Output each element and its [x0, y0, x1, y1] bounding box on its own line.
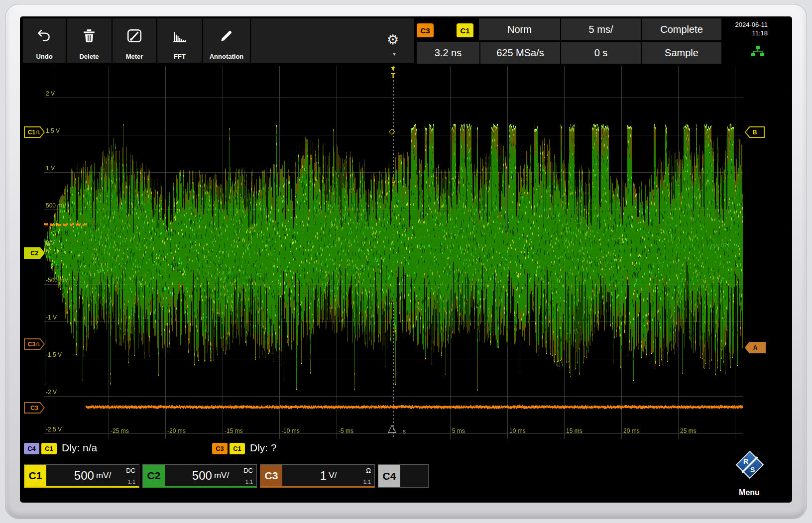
instrument-screen: Undo Delete Meter FFT Annotation [20, 16, 792, 503]
delete-label: Delete [79, 53, 99, 60]
fft-icon [172, 18, 188, 53]
channel-c1-coupling: DC [126, 467, 135, 474]
trigger-source-badge-c1[interactable]: C1 [457, 23, 473, 37]
voltage-label: -2 V [46, 389, 57, 396]
gear-icon[interactable]: ⚙ [387, 33, 399, 47]
pencil-icon [219, 18, 234, 53]
delay-result-1-text: Dly: n/a [62, 442, 97, 454]
time-label: -25 ms [111, 427, 129, 434]
network-status-cell[interactable] [722, 42, 769, 64]
channel-marker-c3[interactable]: C3 [24, 402, 45, 414]
toolbar: Undo Delete Meter FFT Annotation [20, 16, 792, 65]
time-label: -5 ms [339, 427, 353, 434]
voltage-label: -1.5 V [46, 351, 62, 358]
acquisition-status-cell[interactable]: Complete [642, 18, 721, 40]
result-badge-c3: C3 [212, 443, 228, 454]
channel-c3-scale: 1 [320, 469, 327, 483]
channel-marker-c3-label: C3 [30, 405, 38, 412]
channel-marker-c2[interactable]: C2 [24, 247, 45, 259]
voltage-label: 500 mV [46, 202, 66, 209]
squarewave-icon [36, 130, 41, 134]
result-badge-c4: C4 [24, 443, 39, 454]
time-label: -10 ms [281, 427, 300, 434]
date-text: 2024-06-11 [735, 21, 768, 29]
marker-a-label: A [753, 344, 758, 351]
channel-c1-block[interactable]: C1 500 mV/ DC 1:1 [24, 464, 139, 488]
time-zero-marker[interactable]: △ [388, 422, 396, 433]
time-text: 11:18 [752, 29, 768, 38]
channel-c2-block[interactable]: C2 500 mV/ DC 1:1 [142, 464, 257, 488]
time-label: 20 ms [623, 427, 640, 434]
voltage-label: 0 V [46, 239, 55, 246]
delay-result-2-text: Dly: ? [250, 442, 277, 454]
channel-c1-probe: 1:1 [128, 479, 135, 485]
channel-c1-unit: mV/ [96, 471, 111, 481]
annotation-text: mic 071 [711, 242, 730, 248]
result-badge-c1: C1 [41, 443, 57, 454]
rs-logo-r: R [743, 457, 748, 465]
channel-c2-scale: 500 [192, 469, 212, 483]
fft-button[interactable]: FFT [157, 18, 202, 63]
channel-c3-unit: V/ [329, 471, 337, 481]
delete-button[interactable]: Delete [67, 18, 112, 63]
marker-b-label: B [753, 129, 757, 136]
trigger-label: T [391, 72, 395, 79]
horizontal-position-cell[interactable]: 0 s [561, 42, 641, 64]
channel-c2-coupling: DC [243, 467, 253, 474]
trigger-level-marker[interactable]: ◇ [389, 127, 395, 135]
channel-c4-badge: C4 [378, 465, 400, 487]
undo-label: Undo [36, 53, 52, 60]
channel-marker-c2-label: C2 [30, 250, 38, 257]
menu-label: Menu [733, 488, 765, 497]
trash-icon [82, 18, 97, 53]
meter-button[interactable]: Meter [113, 18, 156, 63]
trigger-level-marker-c3[interactable]: C3 [24, 338, 45, 350]
marker-b[interactable]: B [745, 126, 765, 138]
undo-button[interactable]: Undo [23, 18, 66, 63]
scope-canvas[interactable] [44, 66, 743, 439]
lan-icon [750, 46, 765, 60]
annotation-button[interactable]: Annotation [203, 18, 250, 63]
channel-c3-block[interactable]: C3 1 V/ Ω 1:1 [260, 464, 375, 488]
voltage-label: 1.5 V [46, 127, 60, 134]
channel-c1-badge: C1 [24, 465, 46, 486]
trigger-source-badge-c3[interactable]: C3 [417, 23, 434, 37]
channel-c3-badge: C3 [260, 465, 282, 486]
voltage-label: 1 V [46, 165, 55, 172]
voltage-label: -2.5 V [46, 426, 62, 433]
timebase-cell[interactable]: 5 ms/ [561, 18, 641, 40]
time-label: 10 ms [509, 427, 526, 434]
result-badge-c1b: C1 [230, 443, 245, 454]
channel-c2-unit: mV/ [214, 471, 229, 481]
channel-marker-c1[interactable]: C1 [24, 126, 45, 138]
acquisition-mode-cell[interactable]: Sample [642, 42, 721, 64]
squarewave-icon [36, 342, 41, 346]
channel-marker-c1-label: C1 [28, 129, 35, 136]
meter-icon [126, 18, 142, 53]
fft-label: FFT [174, 53, 186, 60]
resolution-cell[interactable]: 3.2 ns [417, 42, 479, 64]
channel-c2-probe: 1:1 [245, 479, 253, 485]
sample-rate-cell[interactable]: 625 MSa/s [480, 42, 560, 64]
time-label: 15 ms [566, 427, 582, 434]
voltage-label: 2 V [46, 90, 55, 97]
voltage-label: -1 V [46, 314, 57, 321]
channel-c3-coupling: Ω [366, 467, 371, 474]
channel-c3-probe: 1:1 [363, 479, 371, 485]
time-zero-label: s [403, 428, 406, 435]
trigger-level-marker-c3-label: C3 [28, 341, 35, 348]
channel-c4-block[interactable]: C4 [378, 464, 429, 488]
trigger-mode-cell[interactable]: Norm [479, 18, 560, 40]
meter-label: Meter [126, 53, 143, 60]
time-label: -15 ms [225, 427, 243, 434]
time-label: 5 ms [452, 427, 465, 434]
time-label: -20 ms [167, 427, 186, 434]
voltage-label: -500 mV [46, 277, 68, 284]
channel-c1-scale: 500 [74, 469, 94, 483]
channel-c2-badge: C2 [143, 465, 165, 486]
undo-icon [37, 18, 52, 53]
marker-a[interactable]: A [745, 342, 766, 353]
time-label: 25 ms [680, 427, 696, 434]
chevron-down-icon: ▼ [392, 51, 397, 57]
menu-button[interactable]: R S Menu [733, 450, 765, 500]
